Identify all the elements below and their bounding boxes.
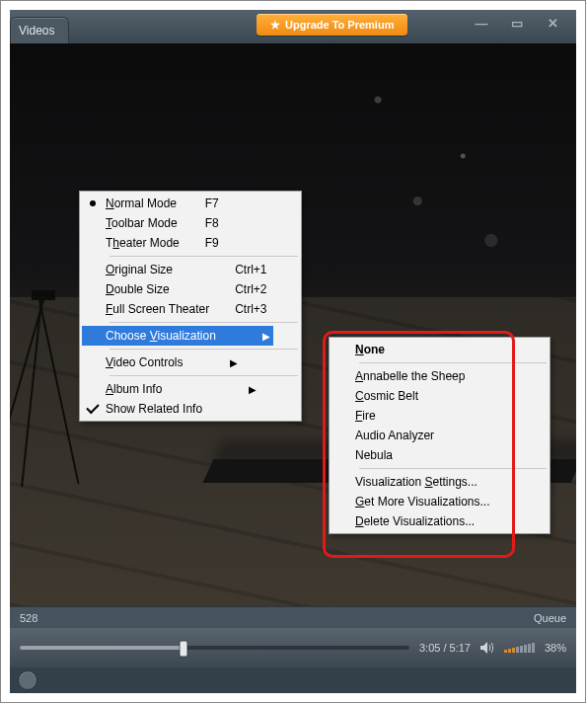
volume-percent: 38% — [545, 642, 566, 654]
visualization-submenu-item-audio-analyzer[interactable]: Audio Analyzer — [331, 426, 522, 445]
seek-slider[interactable] — [20, 646, 409, 650]
menu-item-accelerator — [471, 445, 508, 465]
visualization-submenu-item-nebula[interactable]: Nebula — [331, 445, 522, 465]
menu-item-state-icon — [82, 260, 104, 279]
time-total: 5:17 — [450, 642, 471, 654]
tab-videos[interactable]: Videos — [10, 17, 69, 43]
menu-item-accelerator: Ctrl+2 — [215, 279, 284, 299]
menu-item-accelerator: F8 — [185, 213, 237, 233]
submenu-arrow-icon: ▶ — [227, 352, 241, 372]
submenu-arrow-icon — [237, 213, 251, 233]
menu-item-label: Video Controls — [104, 352, 189, 372]
seek-thumb[interactable] — [180, 641, 187, 657]
time-elapsed: 3:05 — [419, 642, 440, 654]
context-menu-item-toolbar-mode[interactable]: Toolbar ModeF8 — [82, 213, 251, 233]
playback-controls: 3:05 / 5:17 38% — [10, 628, 576, 667]
transport-bar — [10, 667, 576, 693]
menu-item-accelerator: F9 — [185, 233, 237, 253]
menu-item-accelerator — [222, 326, 259, 346]
minimize-button[interactable]: — — [470, 16, 493, 31]
context-menu-item-theater-mode[interactable]: Theater ModeF9 — [82, 233, 251, 253]
submenu-arrow-icon — [508, 406, 522, 426]
menu-item-state-icon — [82, 399, 104, 419]
menu-item-label: Album Info — [104, 379, 208, 399]
visualization-submenu-item-none[interactable]: None — [331, 340, 442, 359]
context-menu-item-choose-visualization[interactable]: Choose Visualization▶ — [82, 326, 273, 346]
menu-item-label: Visualization Settings... — [353, 472, 496, 492]
menu-item-label: Cosmic Belt — [353, 386, 471, 406]
time-display: 3:05 / 5:17 — [419, 642, 471, 654]
transport-button[interactable] — [18, 670, 37, 690]
visualization-submenu-item-annabelle-the-sheep[interactable]: Annabelle the Sheep — [331, 366, 522, 386]
visualization-submenu-item-get-more-visualizations[interactable]: Get More Visualizations... — [331, 492, 548, 511]
submenu-arrow-icon — [428, 340, 442, 359]
context-menu-item-normal-mode[interactable]: Normal ModeF7 — [82, 194, 251, 213]
menu-item-accelerator — [496, 492, 534, 511]
context-menu-item-full-screen-theater[interactable]: Full Screen TheaterCtrl+3 — [82, 299, 299, 319]
info-left: 528 — [20, 612, 37, 624]
menu-item-state-icon — [331, 386, 353, 406]
menu-item-state-icon — [331, 426, 353, 445]
menu-item-accelerator — [496, 511, 534, 531]
visualization-submenu-item-cosmic-belt[interactable]: Cosmic Belt — [331, 386, 522, 406]
menu-item-state-icon — [82, 213, 104, 233]
menu-item-accelerator — [496, 472, 534, 492]
menu-item-state-icon — [331, 406, 353, 426]
menu-item-state-icon — [331, 492, 353, 511]
info-bar: 528 Queue — [10, 606, 576, 630]
visualization-submenu-item-fire[interactable]: Fire — [331, 406, 522, 426]
star-icon: ★ — [270, 19, 280, 32]
tab-label: Videos — [19, 24, 54, 38]
submenu-arrow-icon — [508, 366, 522, 386]
menu-item-state-icon — [82, 379, 104, 399]
menu-item-label: Get More Visualizations... — [353, 492, 496, 511]
menu-item-state-icon — [331, 472, 353, 492]
visualization-submenu[interactable]: NoneAnnabelle the SheepCosmic BeltFireAu… — [329, 337, 551, 534]
menu-item-label: Show Related Info — [104, 399, 208, 419]
context-menu-item-album-info[interactable]: Album Info▶ — [82, 379, 259, 399]
menu-item-label: Full Screen Theater — [104, 299, 215, 319]
app-window: Videos ★ Upgrade To Premium — ▭ ✕ 528 Qu… — [10, 10, 576, 693]
visualization-submenu-separator — [359, 362, 547, 363]
context-menu-separator — [110, 375, 298, 376]
menu-item-state-icon — [331, 511, 353, 531]
submenu-arrow-icon — [246, 399, 259, 419]
context-menu-item-video-controls[interactable]: Video Controls▶ — [82, 352, 241, 372]
visualization-submenu-item-visualization-settings[interactable]: Visualization Settings... — [331, 472, 548, 492]
menu-item-label: Choose Visualization — [104, 326, 222, 346]
context-menu[interactable]: Normal ModeF7Toolbar ModeF8Theater ModeF… — [79, 191, 302, 422]
menu-item-label: Double Size — [104, 279, 215, 299]
visualization-submenu-separator — [359, 468, 547, 469]
menu-item-accelerator — [471, 366, 508, 386]
menu-item-accelerator: Ctrl+3 — [215, 299, 284, 319]
context-menu-item-original-size[interactable]: Original SizeCtrl+1 — [82, 260, 299, 279]
submenu-arrow-icon — [237, 194, 251, 213]
upgrade-label: Upgrade To Premium — [285, 19, 394, 31]
submenu-arrow-icon: ▶ — [246, 379, 259, 399]
menu-item-state-icon — [82, 352, 104, 372]
volume-slider[interactable] — [504, 643, 535, 653]
menu-item-accelerator — [471, 386, 508, 406]
video-tripod — [14, 290, 73, 488]
maximize-button[interactable]: ▭ — [505, 16, 529, 31]
submenu-arrow-icon — [237, 233, 251, 253]
close-button[interactable]: ✕ — [541, 16, 564, 31]
volume-icon[interactable] — [480, 642, 494, 654]
submenu-arrow-icon — [285, 299, 299, 319]
menu-item-accelerator — [471, 406, 508, 426]
visualization-submenu-item-delete-visualizations[interactable]: Delete Visualizations... — [331, 511, 548, 531]
context-menu-item-show-related-info[interactable]: Show Related Info — [82, 399, 259, 419]
menu-item-state-icon — [331, 340, 353, 359]
menu-item-state-icon — [331, 366, 353, 386]
queue-link[interactable]: Queue — [534, 612, 566, 624]
menu-item-accelerator — [208, 379, 246, 399]
titlebar: Videos ★ Upgrade To Premium — ▭ ✕ — [10, 10, 576, 43]
menu-item-state-icon — [82, 326, 104, 346]
submenu-arrow-icon — [285, 279, 299, 299]
menu-item-accelerator: Ctrl+1 — [215, 260, 284, 279]
menu-item-accelerator — [189, 352, 227, 372]
context-menu-item-double-size[interactable]: Double SizeCtrl+2 — [82, 279, 299, 299]
menu-item-label: Toolbar Mode — [104, 213, 185, 233]
upgrade-button[interactable]: ★ Upgrade To Premium — [257, 14, 407, 36]
menu-item-label: Nebula — [353, 445, 471, 465]
